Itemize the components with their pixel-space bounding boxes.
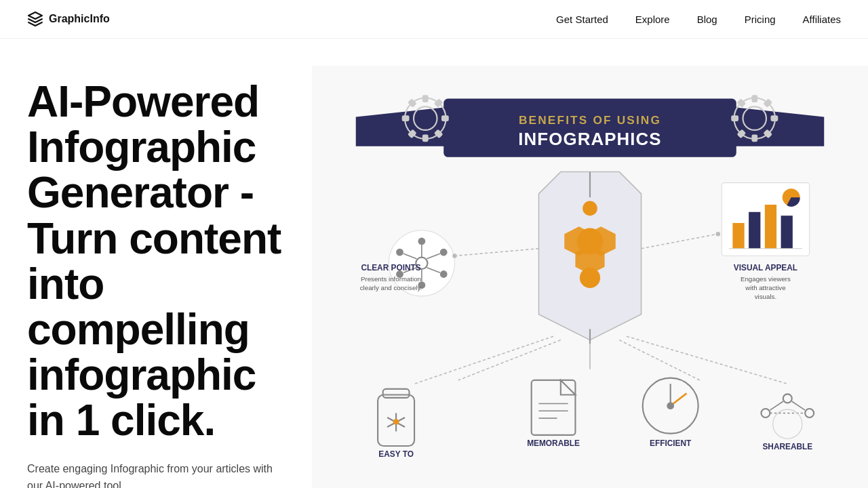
svg-point-48 <box>440 270 448 278</box>
nav-affiliates[interactable]: Affiliates <box>803 14 841 25</box>
hero-subtitle: Create engaging Infographic from your ar… <box>27 460 285 489</box>
nav-explore[interactable]: Explore <box>635 14 670 25</box>
svg-rect-3 <box>443 99 736 157</box>
svg-rect-11 <box>402 115 410 121</box>
svg-text:CLEAR POINTS: CLEAR POINTS <box>361 263 420 272</box>
svg-text:Presents information: Presents information <box>361 275 421 283</box>
svg-rect-36 <box>749 212 760 249</box>
svg-point-30 <box>580 268 600 288</box>
svg-rect-38 <box>781 216 793 249</box>
svg-rect-20 <box>770 115 778 121</box>
nav-get-started[interactable]: Get Started <box>556 14 608 25</box>
svg-text:visuals.: visuals. <box>755 293 776 300</box>
svg-rect-37 <box>765 205 776 249</box>
logo-text: GraphicInfo <box>49 13 110 25</box>
hero-right: BENEFITS OF USING INFOGRAPHICS <box>312 39 868 488</box>
svg-point-94 <box>452 253 456 258</box>
svg-point-45 <box>396 249 403 256</box>
logo-icon <box>27 11 43 27</box>
svg-rect-18 <box>751 95 757 102</box>
hero-left: AI-Powered Infographic Generator - Turn … <box>0 39 312 488</box>
svg-rect-9 <box>422 134 429 142</box>
svg-point-31 <box>583 201 597 216</box>
nav-links: Get Started Explore Blog Pricing Affilia… <box>556 14 841 25</box>
svg-rect-19 <box>751 134 757 142</box>
svg-text:Engages viewers: Engages viewers <box>741 275 791 283</box>
svg-text:with attractive: with attractive <box>745 284 785 291</box>
svg-point-67 <box>393 419 399 425</box>
svg-point-46 <box>440 249 448 256</box>
nav-blog[interactable]: Blog <box>697 14 717 25</box>
svg-point-95 <box>716 232 720 236</box>
infographic-image: BENEFITS OF USING INFOGRAPHICS <box>312 66 868 488</box>
svg-text:BENEFITS OF USING: BENEFITS OF USING <box>519 113 661 127</box>
svg-text:EFFICIENT: EFFICIENT <box>650 439 692 448</box>
svg-text:SHAREABLE: SHAREABLE <box>762 442 812 451</box>
svg-point-29 <box>577 228 604 255</box>
nav-pricing[interactable]: Pricing <box>745 14 776 25</box>
logo-link[interactable]: GraphicInfo <box>27 11 110 27</box>
navbar: GraphicInfo Get Started Explore Blog Pri… <box>0 0 868 39</box>
svg-rect-10 <box>441 115 449 121</box>
svg-text:VISUAL APPEAL: VISUAL APPEAL <box>734 263 797 272</box>
svg-point-77 <box>667 402 674 409</box>
hero-title: AI-Powered Infographic Generator - Turn … <box>27 79 285 444</box>
svg-rect-35 <box>732 223 744 249</box>
svg-text:clearly and concisely.: clearly and concisely. <box>360 284 422 291</box>
svg-text:INFOGRAPHICS: INFOGRAPHICS <box>518 129 661 148</box>
svg-point-43 <box>418 238 425 245</box>
svg-text:MEMORABLE: MEMORABLE <box>527 439 580 448</box>
svg-rect-21 <box>731 115 738 121</box>
svg-text:EASY TO: EASY TO <box>378 449 414 459</box>
svg-rect-8 <box>422 95 429 102</box>
main-content: AI-Powered Infographic Generator - Turn … <box>0 39 868 488</box>
